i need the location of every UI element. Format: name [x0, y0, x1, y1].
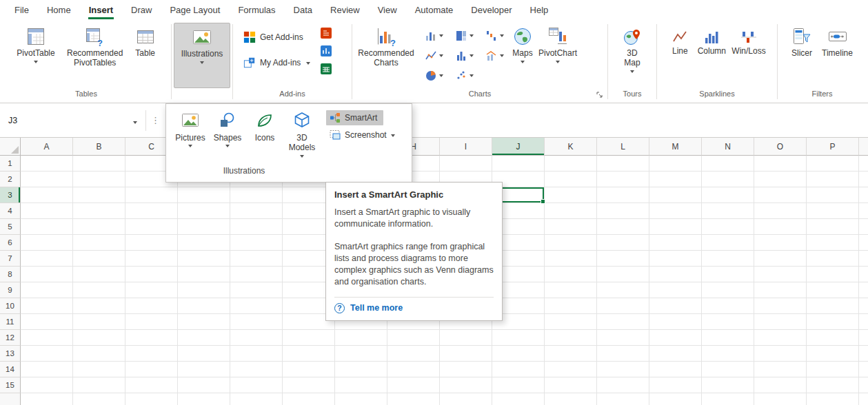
cell-B[interactable]	[73, 393, 125, 405]
cell-B13[interactable]	[73, 346, 125, 362]
cell-B15[interactable]	[73, 377, 125, 393]
my-add-ins-button[interactable]: My Add-ins	[240, 54, 314, 71]
cell-L14[interactable]	[597, 362, 649, 377]
row-header-7[interactable]: 7	[0, 251, 21, 267]
cell-A2[interactable]	[21, 172, 73, 187]
cell-I1[interactable]	[440, 156, 492, 172]
tab-formulas[interactable]: Formulas	[229, 0, 284, 21]
cell-C5[interactable]	[125, 219, 178, 235]
cell-C14[interactable]	[125, 362, 178, 377]
charts-dialog-launcher-button[interactable]	[596, 91, 604, 99]
row-header-5[interactable]: 5	[0, 219, 21, 235]
cell-J14[interactable]	[492, 362, 545, 377]
cell-B5[interactable]	[73, 219, 125, 235]
insert-waterfall-chart-button[interactable]	[479, 25, 509, 45]
cell-B6[interactable]	[73, 235, 125, 251]
row-header-9[interactable]: 9	[0, 282, 21, 298]
cell-P4[interactable]	[807, 203, 859, 219]
cell-M4[interactable]	[649, 203, 702, 219]
cell-L12[interactable]	[597, 330, 649, 346]
insert-scatter-chart-button[interactable]	[449, 65, 479, 85]
cell-F15[interactable]	[283, 377, 335, 393]
cell-O12[interactable]	[754, 330, 807, 346]
cell-B9[interactable]	[73, 282, 125, 298]
row-header-12[interactable]: 12	[0, 330, 21, 346]
cell-L11[interactable]	[597, 314, 649, 330]
cell-C10[interactable]	[125, 298, 178, 314]
cell-B11[interactable]	[73, 314, 125, 330]
cell-O5[interactable]	[754, 219, 807, 235]
cell-N2[interactable]	[702, 172, 754, 187]
column-header-B[interactable]: B	[73, 138, 125, 156]
illustrations-button[interactable]: Illustrations	[174, 23, 230, 88]
cell-L3[interactable]	[597, 187, 649, 203]
column-header-L[interactable]: L	[597, 138, 649, 156]
cell-N13[interactable]	[702, 346, 754, 362]
winloss-sparkline-button[interactable]: Win/Loss	[733, 23, 765, 88]
row-header-3[interactable]: 3	[0, 187, 21, 203]
tab-page-layout[interactable]: Page Layout	[161, 0, 229, 21]
row-header-15[interactable]: 15	[0, 377, 21, 393]
cell-A15[interactable]	[21, 377, 73, 393]
cell-G13[interactable]	[335, 346, 387, 362]
column-header-O[interactable]: O	[754, 138, 807, 156]
cell-N11[interactable]	[702, 314, 754, 330]
cell-L5[interactable]	[597, 219, 649, 235]
cell-B2[interactable]	[73, 172, 125, 187]
cell-M8[interactable]	[649, 267, 702, 282]
cell-J1[interactable]	[492, 156, 545, 172]
cell-N12[interactable]	[702, 330, 754, 346]
cell-F14[interactable]	[283, 362, 335, 377]
cell-L10[interactable]	[597, 298, 649, 314]
cell-N15[interactable]	[702, 377, 754, 393]
cell-D14[interactable]	[178, 362, 230, 377]
name-box-chevron-icon[interactable]	[133, 121, 137, 124]
cell-P15[interactable]	[807, 377, 859, 393]
cell-F13[interactable]	[283, 346, 335, 362]
column-header-P[interactable]: P	[807, 138, 859, 156]
cell-L4[interactable]	[597, 203, 649, 219]
menu-item-shapes[interactable]: Shapes	[209, 109, 246, 160]
cell-I15[interactable]	[440, 377, 492, 393]
cell-L8[interactable]	[597, 267, 649, 282]
cell-A[interactable]	[21, 393, 73, 405]
cell-D3[interactable]	[178, 187, 230, 203]
cell-K4[interactable]	[545, 203, 597, 219]
cell-M[interactable]	[649, 393, 702, 405]
cell-L2[interactable]	[597, 172, 649, 187]
cell-C12[interactable]	[125, 330, 178, 346]
cell-G15[interactable]	[335, 377, 387, 393]
row-header-partial[interactable]	[0, 393, 21, 405]
cell-K2[interactable]	[545, 172, 597, 187]
cell-J[interactable]	[492, 393, 545, 405]
cell-O6[interactable]	[754, 235, 807, 251]
cell-I12[interactable]	[440, 330, 492, 346]
cell-P14[interactable]	[807, 362, 859, 377]
cell-M6[interactable]	[649, 235, 702, 251]
cell-O7[interactable]	[754, 251, 807, 267]
cell-M2[interactable]	[649, 172, 702, 187]
cell-O2[interactable]	[754, 172, 807, 187]
insert-pie-chart-button[interactable]	[418, 65, 449, 85]
cell-K11[interactable]	[545, 314, 597, 330]
cell-P7[interactable]	[807, 251, 859, 267]
cell-M3[interactable]	[649, 187, 702, 203]
cell-B8[interactable]	[73, 267, 125, 282]
cell-M15[interactable]	[649, 377, 702, 393]
cell-P13[interactable]	[807, 346, 859, 362]
cell-G14[interactable]	[335, 362, 387, 377]
cell-L[interactable]	[597, 393, 649, 405]
tab-draw[interactable]: Draw	[122, 0, 161, 21]
select-all-corner[interactable]	[0, 138, 21, 156]
cell-L6[interactable]	[597, 235, 649, 251]
cell-E13[interactable]	[230, 346, 283, 362]
tab-help[interactable]: Help	[521, 0, 558, 21]
cell-L7[interactable]	[597, 251, 649, 267]
cell-C4[interactable]	[125, 203, 178, 219]
cell-M7[interactable]	[649, 251, 702, 267]
column-header-I[interactable]: I	[440, 138, 492, 156]
cell-O1[interactable]	[754, 156, 807, 172]
cell-E6[interactable]	[230, 235, 283, 251]
row-header-8[interactable]: 8	[0, 267, 21, 282]
column-header-A[interactable]: A	[21, 138, 73, 156]
